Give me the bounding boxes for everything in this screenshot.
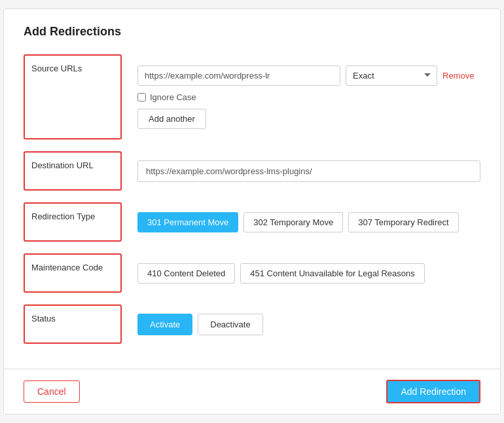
destination-url-input[interactable] [137, 160, 480, 182]
maintenance-410-button[interactable]: 410 Content Deleted [137, 263, 235, 284]
redirect-302-button[interactable]: 302 Temporary Move [243, 212, 343, 232]
add-redirections-modal: Add Redirections Source URLs Exact Regex… [3, 9, 501, 414]
status-content: Activate Deactivate [122, 304, 480, 344]
redirect-307-button[interactable]: 307 Temporary Redirect [348, 212, 459, 232]
form-sections: Source URLs Exact Regex Contains Remove [24, 54, 480, 344]
ignore-case-row: Ignore Case [137, 92, 480, 102]
source-urls-label-text: Source URLs [31, 64, 82, 73]
source-urls-content: Exact Regex Contains Remove Ignore Case … [122, 54, 480, 139]
source-urls-label: Source URLs [24, 54, 122, 139]
add-redirection-button[interactable]: Add Redirection [386, 380, 480, 403]
destination-url-label-text: Destination URL [31, 160, 94, 170]
maintenance-451-button[interactable]: 451 Content Unavailable for Legal Reason… [240, 263, 425, 284]
source-urls-section: Source URLs Exact Regex Contains Remove [24, 54, 480, 139]
deactivate-button[interactable]: Deactivate [198, 314, 262, 335]
source-row: Exact Regex Contains Remove [137, 65, 480, 86]
source-url-input[interactable] [137, 65, 340, 86]
destination-url-label: Destination URL [24, 151, 122, 191]
status-section: Status Activate Deactivate [24, 304, 480, 344]
maintenance-code-section: Maintenance Code 410 Content Deleted 451… [24, 253, 480, 293]
maintenance-code-label-text: Maintenance Code [31, 263, 103, 272]
ignore-case-label: Ignore Case [150, 92, 196, 102]
maintenance-code-content: 410 Content Deleted 451 Content Unavaila… [122, 253, 480, 293]
cancel-button[interactable]: Cancel [24, 380, 80, 403]
activate-button[interactable]: Activate [137, 314, 192, 335]
maintenance-code-label: Maintenance Code [24, 253, 122, 293]
modal-title: Add Redirections [24, 25, 480, 39]
redirect-type-group: 301 Permanent Move 302 Temporary Move 30… [137, 212, 480, 232]
redirection-type-section: Redirection Type 301 Permanent Move 302 … [24, 202, 480, 242]
redirect-301-button[interactable]: 301 Permanent Move [137, 212, 238, 232]
destination-url-content [122, 151, 480, 191]
match-type-select[interactable]: Exact Regex Contains [346, 65, 437, 86]
remove-link[interactable]: Remove [442, 71, 474, 81]
modal-body: Add Redirections Source URLs Exact Regex… [4, 9, 500, 369]
redirection-type-content: 301 Permanent Move 302 Temporary Move 30… [122, 202, 480, 242]
status-group: Activate Deactivate [137, 314, 480, 335]
destination-url-section: Destination URL [24, 151, 480, 191]
modal-footer: Cancel Add Redirection [4, 369, 500, 414]
add-another-button[interactable]: Add another [137, 109, 206, 129]
status-label: Status [24, 304, 122, 344]
redirection-type-label-text: Redirection Type [31, 212, 95, 221]
maintenance-group: 410 Content Deleted 451 Content Unavaila… [137, 263, 480, 284]
redirection-type-label: Redirection Type [24, 202, 122, 242]
status-label-text: Status [31, 314, 56, 323]
ignore-case-checkbox[interactable] [137, 93, 146, 101]
